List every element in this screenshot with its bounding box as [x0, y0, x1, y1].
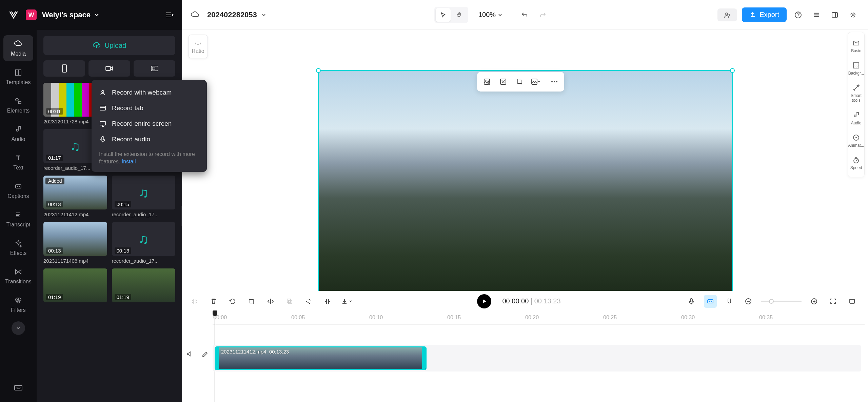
nav-templates[interactable]: Templates	[3, 64, 33, 89]
nav-transitions[interactable]: Transitions	[3, 263, 33, 289]
nav-audio[interactable]: Audio	[3, 121, 33, 146]
person-icon	[99, 89, 106, 96]
ratio-label: Ratio	[192, 48, 204, 54]
timeline-ruler[interactable]: 00:0000:0500:1000:1500:2000:2500:3000:35	[213, 311, 865, 325]
floating-toolbar	[477, 72, 564, 92]
zoom-in-button[interactable]	[808, 295, 821, 308]
media-thumb[interactable]: 00:13	[43, 222, 107, 256]
mirror-button[interactable]	[264, 295, 277, 308]
rail-background[interactable]: Backgr...	[848, 58, 864, 79]
invite-button[interactable]	[717, 8, 737, 21]
layers-button[interactable]	[810, 8, 823, 22]
redo-button[interactable]	[536, 8, 550, 22]
reverse-button[interactable]	[321, 295, 334, 308]
preview-frame[interactable]	[318, 70, 733, 304]
record-webcam[interactable]: Record with webcam	[92, 85, 207, 100]
replace-button[interactable]	[529, 75, 543, 89]
track-edit[interactable]	[200, 348, 211, 359]
track-mute[interactable]	[184, 348, 195, 359]
media-item[interactable]: 01:19	[43, 268, 107, 304]
track-lane[interactable]: 202311211412.mp4 00:13:23	[213, 345, 861, 371]
crop-button[interactable]	[512, 75, 527, 89]
nav-more[interactable]	[12, 321, 25, 335]
media-item[interactable]: Added00:13202311211412.mp4	[43, 176, 107, 217]
source-cloud[interactable]	[134, 60, 175, 77]
rail-basic[interactable]: Basic	[848, 36, 864, 57]
install-link[interactable]: Install	[122, 159, 136, 164]
media-thumb[interactable]: 01:19	[112, 268, 176, 302]
rail-animation[interactable]: Animat...	[848, 130, 864, 151]
project-title[interactable]: 202402282053	[207, 11, 267, 19]
nav-elements[interactable]: Elements	[3, 92, 33, 118]
help-button[interactable]	[791, 8, 805, 22]
media-thumb[interactable]: ♫00:15	[112, 176, 176, 209]
fit-button[interactable]	[827, 295, 840, 308]
record-audio[interactable]: Record audio	[92, 132, 207, 147]
timeline-clip[interactable]: 202311211412.mp4 00:13:23	[215, 346, 427, 370]
media-item[interactable]: ♫00:13recorder_audio_17...	[112, 222, 176, 264]
select-tool[interactable]	[436, 8, 451, 22]
record-screen[interactable]: Record entire screen	[92, 116, 207, 132]
clip-trim-right[interactable]	[422, 347, 426, 369]
nav-text[interactable]: Text	[3, 149, 33, 175]
upload-button[interactable]: Upload	[43, 36, 175, 55]
download-button[interactable]	[340, 295, 353, 308]
panel-toggle-button[interactable]	[828, 8, 842, 22]
source-phone[interactable]	[43, 60, 85, 77]
menu-label: Record entire screen	[112, 120, 172, 127]
nav-media[interactable]: Media	[3, 35, 33, 61]
ratio-button[interactable]: Ratio	[188, 35, 208, 58]
hand-tool[interactable]	[452, 8, 467, 22]
nav-keyboard[interactable]	[3, 380, 33, 395]
rail-speed[interactable]: Speed	[848, 153, 864, 174]
source-record[interactable]	[88, 60, 130, 77]
delete-button[interactable]	[207, 295, 220, 308]
nav-filters[interactable]: Filters	[3, 292, 33, 317]
magnet-button[interactable]	[723, 295, 736, 308]
rail-label: Audio	[851, 121, 862, 125]
media-item[interactable]: ♫00:15recorder_audio_17...	[112, 176, 176, 217]
record-tab[interactable]: Record tab	[92, 100, 207, 116]
rail-audio[interactable]: Audio	[848, 108, 864, 129]
project-title-text: 202402282053	[207, 11, 257, 19]
crop-clip-button[interactable]	[245, 295, 258, 308]
export-button[interactable]: Export	[742, 7, 787, 22]
resize-handle-tl[interactable]	[316, 68, 321, 73]
media-thumb[interactable]: Added00:13	[43, 176, 107, 209]
remove-bg-button[interactable]	[496, 75, 510, 89]
menu-label: Record tab	[112, 104, 143, 112]
media-item[interactable]: 00:13202311171408.mp4	[43, 222, 107, 264]
rail-smart-tools[interactable]: Smart tools	[848, 80, 864, 106]
add-media-button[interactable]	[480, 75, 494, 89]
zoom-slider[interactable]	[761, 301, 802, 302]
zoom-out-button[interactable]	[742, 295, 755, 308]
more-button[interactable]	[547, 75, 561, 89]
svg-point-27	[551, 81, 553, 82]
enhance-button[interactable]	[302, 295, 315, 308]
workspace-dropdown[interactable]: Weiyi's space	[42, 11, 99, 19]
zoom-dropdown[interactable]: 100%	[478, 11, 502, 19]
app-logo[interactable]	[7, 8, 20, 22]
clip-trim-left[interactable]	[216, 347, 219, 369]
rotate-button[interactable]	[226, 295, 239, 308]
media-filename: 202311211412.mp4	[43, 212, 107, 217]
nav-captions[interactable]: Captions	[3, 178, 33, 203]
expand-button[interactable]	[846, 295, 859, 308]
svg-rect-21	[196, 41, 200, 44]
voiceover-button[interactable]	[685, 295, 698, 308]
copy-button[interactable]	[283, 295, 296, 308]
cloud-sync-icon[interactable]	[190, 10, 200, 20]
media-item[interactable]: 01:19	[112, 268, 176, 304]
svg-rect-5	[19, 70, 21, 75]
collapse-panel-button[interactable]	[163, 9, 175, 21]
undo-button[interactable]	[518, 8, 531, 22]
nav-effects[interactable]: Effects	[3, 235, 33, 260]
nav-transcript[interactable]: Transcript	[3, 206, 33, 232]
play-button[interactable]	[477, 294, 491, 308]
auto-caption-button[interactable]	[704, 295, 717, 308]
resize-handle-tr[interactable]	[730, 68, 735, 73]
media-thumb[interactable]: 01:19	[43, 268, 107, 302]
settings-button[interactable]	[846, 8, 860, 22]
media-thumb[interactable]: ♫00:13	[112, 222, 176, 256]
split-button[interactable]	[188, 295, 201, 308]
